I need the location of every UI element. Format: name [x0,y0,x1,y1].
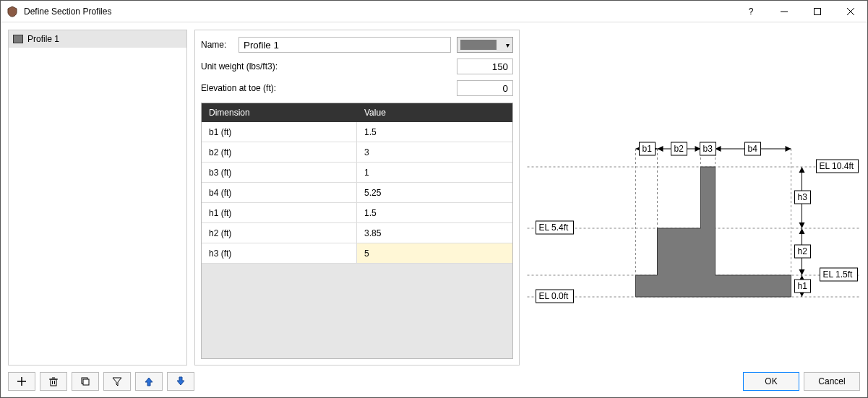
svg-marker-33 [799,228,805,234]
help-button[interactable]: ? [734,1,768,22]
svg-text:b1: b1 [643,144,653,154]
svg-text:h1: h1 [798,281,808,291]
cell-value[interactable]: 1 [357,163,512,182]
svg-text:EL 1.5ft: EL 1.5ft [823,269,854,280]
svg-rect-59 [83,379,89,385]
name-label: Name: [201,40,233,50]
svg-marker-31 [799,167,805,173]
grid-body: b1 (ft)1.5b2 (ft)3b3 (ft)1b4 (ft)5.25h1 … [202,122,512,264]
svg-marker-60 [113,378,121,386]
profile-list-item[interactable]: Profile 1 [9,30,186,48]
close-button[interactable] [834,1,867,22]
svg-marker-21 [786,146,791,152]
svg-text:h3: h3 [798,192,808,202]
maximize-button[interactable] [801,1,834,22]
profiles-list[interactable]: Profile 1 [8,30,187,365]
grid-row[interactable]: h3 (ft)5 [202,243,512,264]
move-up-button[interactable] [135,372,163,391]
dialog-body: Profile 1 Name: ▾ Unit weight (lbs/ft3): [1,22,867,397]
svg-marker-34 [799,269,805,275]
chevron-down-icon: ▾ [506,41,510,49]
color-swatch [460,40,497,50]
grid-row[interactable]: b2 (ft)3 [202,142,512,163]
name-input[interactable] [239,37,451,53]
dimensions-grid: Dimension Value b1 (ft)1.5b2 (ft)3b3 (ft… [201,103,513,359]
titlebar: Define Section Profiles ? [1,1,867,22]
grid-header: Dimension Value [202,103,512,122]
arrow-down-icon [176,376,186,386]
cell-dimension: b3 (ft) [202,163,357,182]
ok-button[interactable]: OK [743,372,799,391]
svg-text:EL 10.4ft: EL 10.4ft [820,161,854,171]
cell-value[interactable]: 5.25 [357,183,512,202]
cell-value[interactable]: 1.5 [357,203,512,222]
cell-dimension: h1 (ft) [202,203,357,222]
cell-dimension: b2 (ft) [202,142,357,162]
cell-dimension: h2 (ft) [202,223,357,243]
footer-toolbar: OK Cancel [1,365,867,397]
svg-marker-62 [177,377,184,385]
add-button[interactable] [8,372,35,391]
cell-value[interactable]: 3 [357,142,512,162]
move-down-button[interactable] [167,372,194,391]
grid-row[interactable]: b3 (ft)1 [202,163,512,183]
grid-row[interactable]: h1 (ft)1.5 [202,203,512,223]
cell-value[interactable]: 3.85 [357,223,512,243]
svg-text:b2: b2 [674,144,684,154]
svg-marker-61 [145,378,152,386]
delete-button[interactable] [40,372,67,391]
svg-text:b3: b3 [703,144,713,154]
svg-marker-16 [658,146,663,152]
properties-panel: Name: ▾ Unit weight (lbs/ft3): Elevation… [194,30,520,365]
copy-icon [80,376,90,386]
dialog-window: Define Section Profiles ? Profile 1 Na [0,0,868,398]
svg-text:b4: b4 [748,144,758,154]
trash-icon [48,376,59,386]
app-icon [7,6,18,17]
grid-row[interactable]: b1 (ft)1.5 [202,122,512,142]
plus-icon [17,376,27,386]
cell-dimension: b4 (ft) [202,183,357,202]
svg-text:EL 5.4ft: EL 5.4ft [539,222,570,233]
svg-marker-32 [799,222,805,228]
filter-icon [112,376,122,386]
grid-row[interactable]: h2 (ft)3.85 [202,223,512,243]
minimize-button[interactable] [768,1,801,22]
cell-dimension: b1 (ft) [202,122,357,142]
cell-value[interactable]: 1.5 [357,122,512,142]
unit-weight-label: Unit weight (lbs/ft3): [201,61,451,72]
svg-rect-1 [815,8,821,14]
elev-toe-label: Elevation at toe (ft): [201,83,451,93]
unit-weight-row: Unit weight (lbs/ft3): [201,56,513,77]
profile-color-swatch [13,35,23,43]
window-title: Define Section Profiles [24,7,734,17]
col-header-value[interactable]: Value [357,103,512,122]
unit-weight-input[interactable] [457,59,513,74]
diagram-panel: b1 b2 b3 b4 [527,30,860,365]
cancel-button[interactable]: Cancel [804,372,860,391]
grid-row[interactable]: b4 (ft)5.25 [202,183,512,203]
col-header-dimension[interactable]: Dimension [202,103,357,122]
elev-toe-input[interactable] [457,80,513,96]
name-row: Name: ▾ [201,35,513,55]
copy-button[interactable] [72,372,99,391]
content-area: Profile 1 Name: ▾ Unit weight (lbs/ft3): [1,22,867,365]
arrow-up-icon [144,376,154,386]
svg-text:EL 0.0ft: EL 0.0ft [539,291,570,301]
svg-rect-53 [51,379,56,386]
cell-value[interactable]: 5 [357,243,512,263]
color-select[interactable]: ▾ [457,37,513,53]
cell-dimension: h3 (ft) [202,243,357,263]
section-diagram: b1 b2 b3 b4 [527,30,860,362]
elev-toe-row: Elevation at toe (ft): [201,78,513,98]
filter-button[interactable] [103,372,131,391]
profile-name-label: Profile 1 [27,34,59,44]
svg-text:h2: h2 [798,246,808,256]
